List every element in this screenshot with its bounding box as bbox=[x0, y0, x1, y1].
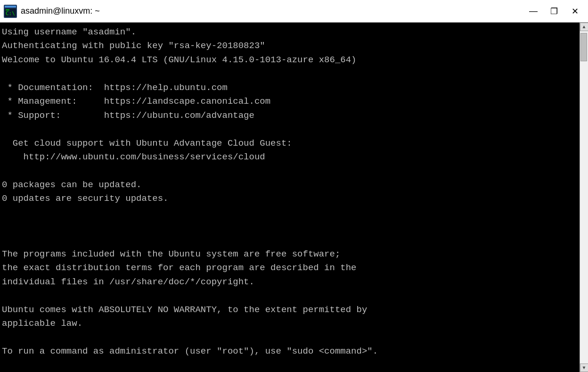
title-bar: C:\ asadmin@linuxvm: ~ — ❐ ✕ bbox=[0, 0, 588, 23]
scroll-track bbox=[580, 31, 588, 364]
scroll-thumb[interactable] bbox=[580, 33, 587, 61]
scroll-down-arrow[interactable]: ▼ bbox=[580, 364, 588, 372]
svg-rect-1 bbox=[5, 6, 16, 8]
terminal-content[interactable]: Using username "asadmin". Authenticating… bbox=[0, 23, 580, 372]
svg-rect-4 bbox=[6, 9, 9, 10]
title-left: C:\ asadmin@linuxvm: ~ bbox=[4, 5, 100, 18]
terminal-icon: C:\ bbox=[4, 5, 17, 18]
scroll-up-arrow[interactable]: ▲ bbox=[580, 23, 588, 31]
close-button[interactable]: ✕ bbox=[565, 3, 584, 20]
scrollbar: ▲ ▼ bbox=[580, 23, 588, 372]
title-controls: — ❐ ✕ bbox=[524, 3, 584, 20]
svg-text:C:\: C:\ bbox=[6, 10, 15, 17]
terminal-wrapper: Using username "asadmin". Authenticating… bbox=[0, 23, 588, 372]
minimize-button[interactable]: — bbox=[524, 3, 543, 20]
title-text: asadmin@linuxvm: ~ bbox=[21, 6, 100, 16]
maximize-button[interactable]: ❐ bbox=[545, 3, 564, 20]
